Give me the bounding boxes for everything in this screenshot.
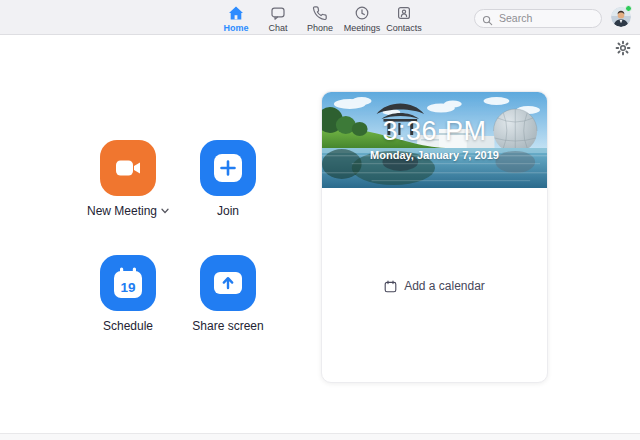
gear-icon [615, 40, 631, 56]
settings-button[interactable] [615, 40, 631, 56]
widget-photo: 3:36 PM Monday, January 7, 2019 [322, 92, 547, 188]
phone-handset-icon [312, 5, 328, 21]
share-screen-button[interactable] [200, 255, 256, 311]
tab-phone-label: Phone [307, 23, 333, 33]
tab-chat-label: Chat [268, 23, 287, 33]
tab-home-label: Home [223, 23, 248, 33]
tab-meetings[interactable]: Meetings [341, 0, 383, 35]
tab-meetings-label: Meetings [344, 23, 381, 33]
join-button[interactable] [200, 140, 256, 196]
tab-home[interactable]: Home [215, 0, 257, 35]
lakeside-photo-illustration [322, 92, 547, 188]
new-meeting-label: New Meeting [87, 204, 169, 218]
top-navigation-bar: Home Chat Phone Meetings [0, 0, 640, 35]
tab-chat[interactable]: Chat [257, 0, 299, 35]
calendar-icon: 19 [113, 267, 143, 299]
video-camera-icon [113, 153, 143, 183]
add-calendar-label: Add a calendar [404, 279, 485, 293]
join-label: Join [217, 204, 239, 218]
tab-phone[interactable]: Phone [299, 0, 341, 35]
search-box [474, 8, 602, 27]
contact-card-icon [396, 5, 412, 21]
tab-contacts[interactable]: Contacts [383, 0, 425, 35]
tab-contacts-label: Contacts [386, 23, 422, 33]
new-meeting-label-text: New Meeting [87, 204, 157, 218]
schedule-button[interactable]: 19 [100, 255, 156, 311]
calendar-day-number: 19 [120, 280, 135, 295]
chat-bubble-icon [270, 5, 286, 21]
schedule-label: Schedule [103, 319, 153, 333]
share-screen-label: Share screen [192, 319, 263, 333]
zoom-home-window: Home Chat Phone Meetings [0, 0, 640, 440]
action-share-screen: Share screen [168, 255, 288, 333]
clock-icon [354, 5, 370, 21]
share-screen-arrow-icon [213, 271, 243, 295]
new-meeting-button[interactable] [100, 140, 156, 196]
main-nav-tabs: Home Chat Phone Meetings [215, 0, 425, 35]
home-icon [228, 5, 244, 21]
plus-icon [213, 153, 243, 183]
add-calendar-link[interactable]: Add a calendar [384, 279, 485, 293]
online-status-dot [625, 5, 632, 12]
widget-body: Add a calendar [322, 188, 547, 383]
home-widget-card: 3:36 PM Monday, January 7, 2019 Add a ca… [321, 91, 548, 383]
user-avatar[interactable] [611, 7, 631, 27]
search-input[interactable] [474, 9, 602, 28]
calendar-outline-icon [384, 280, 397, 293]
window-bottom-edge [0, 433, 640, 440]
action-join: Join [168, 140, 288, 218]
